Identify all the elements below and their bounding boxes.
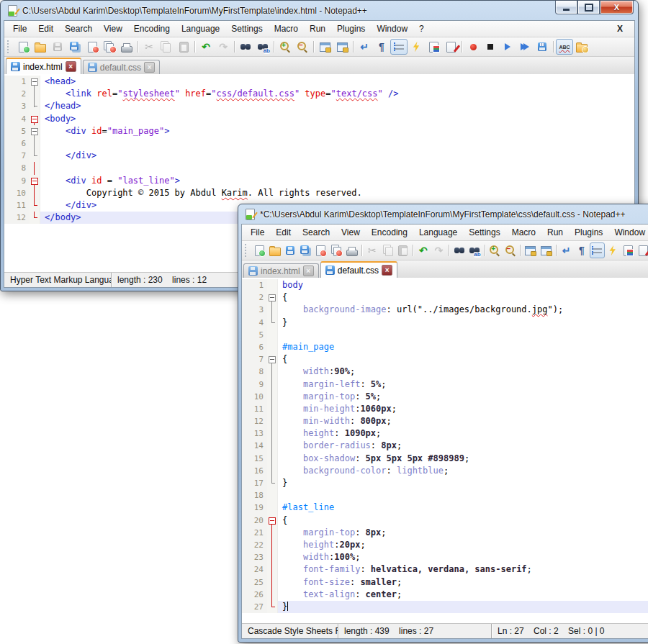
menu-close-document-button[interactable]: X: [608, 24, 631, 34]
doc-switch-icon[interactable]: [636, 242, 648, 258]
menu-item-search[interactable]: Search: [59, 23, 98, 35]
indent-guide-icon[interactable]: [390, 39, 408, 55]
code-line[interactable]: 10 Copyright © 2015 by Abdul Karim. All …: [4, 187, 634, 199]
save-macro-icon[interactable]: [534, 39, 551, 55]
titlebar[interactable]: *C:\Users\Abdul Karim\Desktop\TemplateIn…: [238, 204, 648, 224]
cut-icon[interactable]: ✂: [140, 39, 158, 55]
fold-margin[interactable]: [267, 539, 278, 551]
new-file-icon[interactable]: [252, 242, 267, 258]
fold-margin[interactable]: [267, 291, 278, 304]
sync-h-icon[interactable]: [333, 39, 351, 55]
undo-icon[interactable]: ↶: [415, 242, 431, 258]
code-line[interactable]: 3 background-image: url("../images/backg…: [242, 304, 648, 316]
fold-margin[interactable]: [267, 427, 278, 440]
code-line[interactable]: 26 text-align: center;: [242, 589, 648, 601]
save-icon[interactable]: [282, 242, 297, 258]
fold-margin[interactable]: [30, 137, 40, 150]
code-line[interactable]: 9 margin-left: 5%;: [242, 378, 648, 391]
code-line[interactable]: 2{: [242, 291, 648, 304]
tab-default-css[interactable]: default.css×: [320, 261, 397, 278]
paste-icon[interactable]: [395, 242, 410, 258]
fold-margin[interactable]: [30, 199, 40, 212]
menu-item-view[interactable]: View: [98, 23, 128, 35]
code-line[interactable]: 5 <div id="main_page">: [4, 125, 634, 137]
redo-icon[interactable]: ↷: [431, 242, 446, 258]
word-wrap-icon[interactable]: ↵: [559, 242, 574, 258]
open-icon[interactable]: [267, 242, 282, 258]
tab-close-icon[interactable]: ×: [382, 265, 392, 276]
doc-map-icon[interactable]: [620, 242, 635, 258]
replace-icon[interactable]: ab: [254, 39, 271, 55]
code-line[interactable]: 5: [242, 329, 648, 341]
code-line[interactable]: 13 height: 1090px;: [242, 427, 648, 440]
tab-close-icon[interactable]: ×: [144, 62, 155, 73]
fold-margin[interactable]: [267, 551, 278, 563]
show-symbols-icon[interactable]: ¶: [373, 39, 390, 55]
cut-icon[interactable]: ✂: [364, 242, 379, 258]
menu-item-settings[interactable]: Settings: [225, 23, 268, 35]
doc-switch-icon[interactable]: [442, 39, 459, 55]
fold-margin[interactable]: [267, 403, 278, 415]
code-line[interactable]: 18: [242, 489, 648, 502]
code-line[interactable]: 22 height:20px;: [242, 539, 648, 551]
fold-margin[interactable]: [267, 514, 278, 527]
code-line[interactable]: 11 min-height:1060px;: [242, 403, 648, 415]
fold-margin[interactable]: [30, 100, 40, 112]
fold-margin[interactable]: [267, 576, 278, 589]
undo-icon[interactable]: ↶: [197, 39, 215, 55]
new-file-icon[interactable]: [14, 39, 32, 55]
zoom-in-icon[interactable]: [276, 39, 294, 55]
fold-margin[interactable]: [267, 353, 278, 366]
code-line[interactable]: 9 <div id = "last_line">: [4, 175, 634, 187]
fold-margin[interactable]: [267, 589, 278, 601]
menu-item-macro[interactable]: Macro: [269, 23, 304, 35]
open-icon[interactable]: [32, 39, 49, 55]
code-line[interactable]: 16 background-color: lightblue;: [242, 465, 648, 477]
code-line[interactable]: 24 font-family: helvatica, verdana, sans…: [242, 563, 648, 576]
fold-margin[interactable]: [267, 341, 278, 353]
fold-margin[interactable]: [267, 415, 278, 427]
print-icon[interactable]: [344, 242, 359, 258]
code-line[interactable]: 4<body>: [4, 113, 634, 125]
code-line[interactable]: 21 margin-top: 8px;: [242, 527, 648, 539]
menu-item-language[interactable]: Language: [413, 227, 463, 238]
code-line[interactable]: 25 font-size: smaller;: [242, 576, 648, 589]
code-line[interactable]: 15 box-shadow: 5px 5px 5px #898989;: [242, 453, 648, 465]
indent-guide-icon[interactable]: [590, 242, 605, 258]
code-line[interactable]: 23 width:100%;: [242, 551, 648, 563]
print-icon[interactable]: [118, 39, 135, 55]
close-button[interactable]: X: [600, 1, 634, 14]
menu-item-search[interactable]: Search: [297, 227, 336, 238]
tab-close-icon[interactable]: ×: [303, 266, 314, 276]
code-line[interactable]: 4}: [242, 317, 648, 329]
rec-start-icon[interactable]: [464, 39, 482, 55]
close-icon[interactable]: [313, 242, 328, 258]
zoom-out-icon[interactable]: [503, 242, 518, 258]
fold-margin[interactable]: [267, 440, 278, 452]
fold-margin[interactable]: [30, 113, 40, 125]
function-list-icon[interactable]: [408, 39, 425, 55]
fold-margin[interactable]: [267, 502, 278, 514]
fold-margin[interactable]: [30, 162, 40, 174]
menu-item-encoding[interactable]: Encoding: [128, 23, 176, 35]
fold-margin[interactable]: [267, 329, 278, 341]
tab-index-html[interactable]: index.html×: [6, 58, 81, 74]
fold-margin[interactable]: [267, 477, 278, 489]
menu-item-run[interactable]: Run: [541, 227, 569, 238]
sync-h-icon[interactable]: [539, 242, 554, 258]
sync-v-icon[interactable]: [316, 39, 333, 55]
menu-item-help[interactable]: ?: [413, 23, 430, 35]
restore-button[interactable]: [577, 1, 600, 14]
play-multi-icon[interactable]: [516, 39, 534, 55]
titlebar[interactable]: C:\Users\Abdul Karim\Desktop\TemplateInF…: [1, 1, 638, 20]
replace-icon[interactable]: ab: [467, 242, 482, 258]
copy-icon[interactable]: [158, 39, 175, 55]
save-all-icon[interactable]: [298, 242, 313, 258]
fold-margin[interactable]: [267, 378, 278, 391]
menu-item-window[interactable]: Window: [371, 23, 413, 35]
minimize-button[interactable]: [555, 1, 577, 14]
fold-margin[interactable]: [267, 453, 278, 465]
menu-item-view[interactable]: View: [336, 227, 366, 238]
fold-margin[interactable]: [30, 212, 40, 224]
menu-item-macro[interactable]: Macro: [506, 227, 541, 238]
